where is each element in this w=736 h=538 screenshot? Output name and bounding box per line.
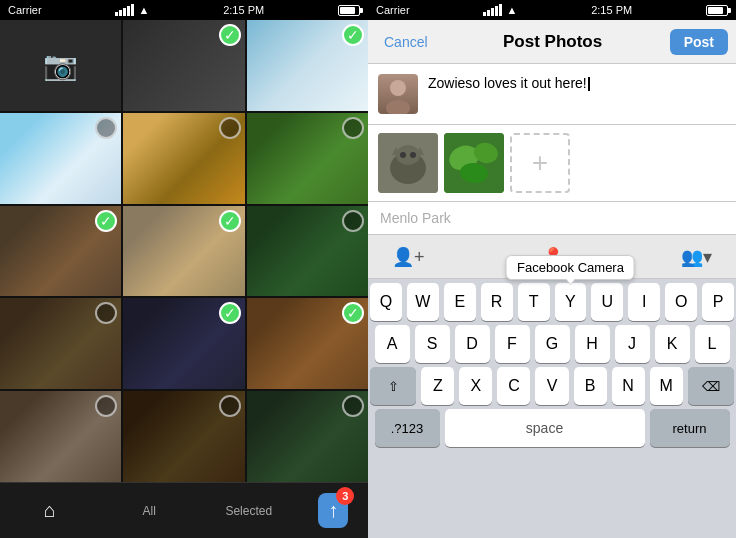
photo-cell[interactable]: ✓: [247, 20, 368, 111]
text-cursor: [588, 77, 590, 91]
key-c[interactable]: C: [497, 367, 530, 405]
key-i[interactable]: I: [628, 283, 660, 321]
selected-badge: ✓: [219, 302, 241, 324]
svg-point-6: [410, 152, 416, 158]
avatar: [378, 74, 418, 114]
key-e[interactable]: E: [444, 283, 476, 321]
photo-cell[interactable]: ✓: [0, 206, 121, 297]
delete-key[interactable]: ⌫: [688, 367, 734, 405]
right-panel: Carrier ▲ 2:15 PM Cancel Post Photos Pos…: [368, 0, 736, 538]
key-n[interactable]: N: [612, 367, 645, 405]
photo-cell[interactable]: [0, 298, 121, 389]
shift-key[interactable]: ⇧: [370, 367, 416, 405]
key-v[interactable]: V: [535, 367, 568, 405]
selected-button[interactable]: Selected: [219, 504, 279, 518]
photo-cell[interactable]: ✓: [123, 298, 244, 389]
unselected-badge: [342, 117, 364, 139]
keyboard: Q W E R T Y Facebook Camera U I O P A S …: [368, 279, 736, 538]
photo-cell[interactable]: ✓: [123, 206, 244, 297]
add-friend-icon[interactable]: 👤+: [380, 246, 437, 268]
key-a[interactable]: A: [375, 325, 410, 363]
key-o[interactable]: O: [665, 283, 697, 321]
post-text[interactable]: Zowieso loves it out here!: [428, 74, 726, 114]
key-y[interactable]: Y Facebook Camera: [555, 283, 587, 321]
nav-bar: Cancel Post Photos Post: [368, 20, 736, 64]
post-button[interactable]: Post: [670, 29, 728, 55]
selected-badge: ✓: [219, 210, 241, 232]
key-row-1: Q W E R T Y Facebook Camera U I O P: [370, 283, 734, 321]
key-row-4: .?123 space return: [370, 409, 734, 447]
share-badge: 3: [336, 487, 354, 505]
all-button[interactable]: All: [119, 504, 179, 518]
photo-cell[interactable]: [123, 391, 244, 482]
key-x[interactable]: X: [459, 367, 492, 405]
key-k[interactable]: K: [655, 325, 690, 363]
key-row-3: ⇧ Z X C V B N M ⌫: [370, 367, 734, 405]
battery-icon-right: [706, 5, 728, 16]
unselected-badge: [342, 395, 364, 417]
unselected-badge: [342, 210, 364, 232]
key-m[interactable]: M: [650, 367, 683, 405]
key-t[interactable]: T: [518, 283, 550, 321]
key-w[interactable]: W: [407, 283, 439, 321]
photo-grid: 📷 ✓ ✓ ✓ ✓ ✓ ✓: [0, 20, 368, 482]
key-p[interactable]: P: [702, 283, 734, 321]
unselected-badge: [95, 117, 117, 139]
carrier-right: Carrier: [376, 4, 410, 16]
selected-badge: ✓: [219, 24, 241, 46]
key-z[interactable]: Z: [421, 367, 454, 405]
time-left: 2:15 PM: [223, 4, 264, 16]
photo-cell[interactable]: [0, 391, 121, 482]
photo-cell[interactable]: [247, 206, 368, 297]
return-key[interactable]: return: [650, 409, 730, 447]
photo-cell[interactable]: [247, 391, 368, 482]
tag-people-icon[interactable]: 👥▾: [669, 246, 724, 268]
location-icon[interactable]: 📍: [530, 246, 576, 268]
svg-point-5: [400, 152, 406, 158]
selected-badge: ✓: [342, 24, 364, 46]
add-photo-button[interactable]: +: [510, 133, 570, 193]
preview-thumb-cat-image: [378, 133, 438, 193]
svg-point-0: [390, 80, 406, 96]
cancel-button[interactable]: Cancel: [376, 30, 436, 54]
photo-cell[interactable]: [123, 113, 244, 204]
key-h[interactable]: H: [575, 325, 610, 363]
share-button[interactable]: ↑ 3: [318, 493, 348, 528]
status-bar-left: Carrier ▲ 2:15 PM: [0, 0, 368, 20]
key-q[interactable]: Q: [370, 283, 402, 321]
key-j[interactable]: J: [615, 325, 650, 363]
key-d[interactable]: D: [455, 325, 490, 363]
location-bar: Menlo Park: [368, 202, 736, 235]
photo-cell[interactable]: [247, 113, 368, 204]
bottom-bar: ⌂ All Selected ↑ 3: [0, 482, 368, 538]
signal-icon: [115, 4, 134, 16]
numbers-key[interactable]: .?123: [375, 409, 440, 447]
signal-icon-right: [483, 4, 502, 16]
add-icon: +: [532, 147, 548, 179]
key-s[interactable]: S: [415, 325, 450, 363]
status-bar-right: Carrier ▲ 2:15 PM: [368, 0, 736, 20]
location-placeholder: Menlo Park: [380, 210, 451, 226]
key-l[interactable]: L: [695, 325, 730, 363]
svg-point-1: [386, 100, 410, 114]
status-icons-left: ▲: [115, 4, 149, 16]
space-key[interactable]: space: [445, 409, 645, 447]
unselected-badge: [219, 395, 241, 417]
key-b[interactable]: B: [574, 367, 607, 405]
photo-cell[interactable]: [0, 113, 121, 204]
camera-cell[interactable]: 📷: [0, 20, 121, 111]
key-row-2: A S D F G H J K L: [370, 325, 734, 363]
photo-cell[interactable]: ✓: [123, 20, 244, 111]
preview-thumb-1[interactable]: [378, 133, 438, 193]
key-g[interactable]: G: [535, 325, 570, 363]
home-icon: ⌂: [44, 499, 56, 522]
photo-cell[interactable]: ✓: [247, 298, 368, 389]
preview-thumb-2[interactable]: [444, 133, 504, 193]
left-panel: Carrier ▲ 2:15 PM 📷 ✓ ✓: [0, 0, 368, 538]
key-f[interactable]: F: [495, 325, 530, 363]
key-r[interactable]: R: [481, 283, 513, 321]
selected-badge: ✓: [95, 210, 117, 232]
key-u[interactable]: U: [591, 283, 623, 321]
home-button[interactable]: ⌂: [20, 499, 80, 522]
selected-badge: ✓: [342, 302, 364, 324]
